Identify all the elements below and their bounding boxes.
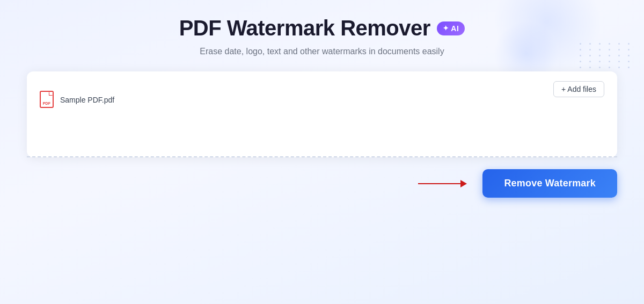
page-title: PDF Watermark Remover	[179, 16, 430, 40]
dots-decoration	[580, 43, 633, 68]
pdf-icon-body: PDF	[40, 91, 54, 108]
ai-badge: ✦ AI	[437, 21, 465, 35]
bottom-action-area: Remove Watermark	[27, 157, 617, 198]
file-item: PDF Sample PDF.pdf	[40, 86, 604, 113]
arrow-line	[418, 183, 461, 184]
file-list: PDF Sample PDF.pdf	[40, 81, 604, 156]
arrow-pointer	[418, 180, 467, 187]
pdf-icon-label: PDF	[43, 102, 51, 105]
main-card: + Add files PDF Sample PDF.pdf	[27, 71, 617, 157]
sparkle-icon: ✦	[443, 24, 449, 32]
remove-watermark-button[interactable]: Remove Watermark	[482, 169, 617, 198]
pdf-icon: PDF	[40, 91, 55, 109]
file-name: Sample PDF.pdf	[60, 96, 114, 104]
add-files-button[interactable]: + Add files	[553, 81, 604, 97]
title-area: PDF Watermark Remover ✦ AI	[179, 16, 465, 40]
arrow-head	[460, 180, 467, 187]
subtitle: Erase date, logo, text and other waterma…	[200, 47, 444, 56]
ai-badge-label: AI	[451, 24, 459, 33]
